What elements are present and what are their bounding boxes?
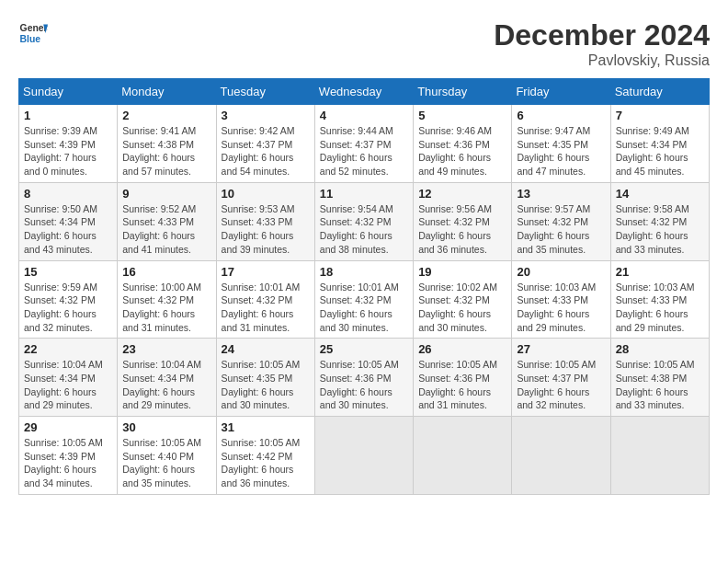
calendar-cell: 18Sunrise: 10:01 AM Sunset: 4:32 PM Dayl… [314, 260, 413, 339]
day-number: 30 [122, 420, 210, 434]
day-number: 22 [24, 342, 112, 356]
calendar-cell: 13Sunrise: 9:57 AM Sunset: 4:32 PM Dayli… [512, 182, 610, 260]
title-block: December 2024 Pavlovskiy, Russia [494, 18, 710, 69]
day-number: 13 [517, 187, 605, 201]
calendar-cell: 21Sunrise: 10:03 AM Sunset: 4:33 PM Dayl… [610, 260, 709, 339]
day-number: 17 [222, 265, 310, 279]
day-number: 27 [517, 342, 605, 356]
day-info: Sunrise: 9:41 AM Sunset: 4:38 PM Dayligh… [122, 124, 210, 178]
calendar-cell: 5Sunrise: 9:46 AM Sunset: 4:36 PM Daylig… [414, 105, 512, 183]
logo: General Blue [18, 18, 48, 48]
calendar-cell: 3Sunrise: 9:42 AM Sunset: 4:37 PM Daylig… [216, 105, 314, 183]
week-row-5: 29Sunrise: 10:05 AM Sunset: 4:39 PM Dayl… [19, 417, 710, 495]
calendar-cell: 12Sunrise: 9:56 AM Sunset: 4:32 PM Dayli… [414, 182, 512, 260]
calendar-cell: 30Sunrise: 10:05 AM Sunset: 4:40 PM Dayl… [118, 417, 216, 495]
day-info: Sunrise: 9:56 AM Sunset: 4:32 PM Dayligh… [418, 202, 506, 257]
day-info: Sunrise: 10:03 AM Sunset: 4:33 PM Daylig… [517, 281, 605, 335]
day-info: Sunrise: 10:05 AM Sunset: 4:37 PM Daylig… [517, 358, 605, 412]
day-info: Sunrise: 9:47 AM Sunset: 4:35 PM Dayligh… [517, 124, 605, 178]
day-info: Sunrise: 10:05 AM Sunset: 4:36 PM Daylig… [320, 358, 408, 412]
location: Pavlovskiy, Russia [494, 52, 710, 69]
calendar-cell: 31Sunrise: 10:05 AM Sunset: 4:42 PM Dayl… [216, 417, 314, 495]
day-number: 20 [517, 265, 605, 279]
day-number: 19 [418, 265, 506, 279]
day-number: 14 [616, 187, 704, 201]
calendar-cell: 24Sunrise: 10:05 AM Sunset: 4:35 PM Dayl… [216, 339, 314, 417]
day-number: 24 [222, 342, 310, 356]
day-info: Sunrise: 10:03 AM Sunset: 4:33 PM Daylig… [616, 281, 704, 335]
day-info: Sunrise: 9:54 AM Sunset: 4:32 PM Dayligh… [320, 202, 408, 257]
day-info: Sunrise: 9:57 AM Sunset: 4:32 PM Dayligh… [517, 202, 605, 257]
day-number: 31 [222, 420, 310, 434]
day-info: Sunrise: 9:50 AM Sunset: 4:34 PM Dayligh… [24, 202, 112, 257]
calendar-cell: 20Sunrise: 10:03 AM Sunset: 4:33 PM Dayl… [512, 260, 610, 339]
day-info: Sunrise: 9:53 AM Sunset: 4:33 PM Dayligh… [222, 202, 310, 257]
week-row-4: 22Sunrise: 10:04 AM Sunset: 4:34 PM Dayl… [19, 339, 710, 417]
calendar-table: SundayMondayTuesdayWednesdayThursdayFrid… [18, 78, 710, 495]
day-number: 1 [24, 109, 112, 122]
svg-text:Blue: Blue [20, 34, 41, 44]
day-number: 16 [122, 265, 210, 279]
week-row-3: 15Sunrise: 9:59 AM Sunset: 4:32 PM Dayli… [19, 260, 710, 339]
calendar-cell: 17Sunrise: 10:01 AM Sunset: 4:32 PM Dayl… [216, 260, 314, 339]
calendar-cell: 26Sunrise: 10:05 AM Sunset: 4:36 PM Dayl… [414, 339, 512, 417]
weekday-header-wednesday: Wednesday [314, 79, 413, 105]
calendar-cell [314, 417, 413, 495]
weekday-header-monday: Monday [118, 79, 216, 105]
calendar-cell: 14Sunrise: 9:58 AM Sunset: 4:32 PM Dayli… [610, 182, 709, 260]
month-title: December 2024 [494, 18, 710, 52]
day-number: 5 [418, 109, 506, 122]
calendar-cell: 27Sunrise: 10:05 AM Sunset: 4:37 PM Dayl… [512, 339, 610, 417]
calendar-cell: 9Sunrise: 9:52 AM Sunset: 4:33 PM Daylig… [118, 182, 216, 260]
day-info: Sunrise: 10:01 AM Sunset: 4:32 PM Daylig… [222, 281, 310, 335]
day-info: Sunrise: 10:04 AM Sunset: 4:34 PM Daylig… [24, 358, 112, 412]
day-number: 10 [222, 187, 310, 201]
calendar-cell: 28Sunrise: 10:05 AM Sunset: 4:38 PM Dayl… [610, 339, 709, 417]
calendar-cell: 23Sunrise: 10:04 AM Sunset: 4:34 PM Dayl… [118, 339, 216, 417]
day-number: 2 [122, 109, 210, 122]
day-number: 15 [24, 265, 112, 279]
calendar-cell: 25Sunrise: 10:05 AM Sunset: 4:36 PM Dayl… [314, 339, 413, 417]
week-row-1: 1Sunrise: 9:39 AM Sunset: 4:39 PM Daylig… [19, 105, 710, 183]
day-number: 3 [222, 109, 310, 122]
weekday-header-friday: Friday [512, 79, 610, 105]
day-info: Sunrise: 10:01 AM Sunset: 4:32 PM Daylig… [320, 281, 408, 335]
day-info: Sunrise: 10:05 AM Sunset: 4:38 PM Daylig… [616, 358, 704, 412]
calendar-cell: 29Sunrise: 10:05 AM Sunset: 4:39 PM Dayl… [19, 417, 118, 495]
day-number: 8 [24, 187, 112, 201]
day-number: 12 [418, 187, 506, 201]
day-info: Sunrise: 10:05 AM Sunset: 4:39 PM Daylig… [24, 436, 112, 490]
day-info: Sunrise: 9:39 AM Sunset: 4:39 PM Dayligh… [24, 124, 112, 178]
page-header: General Blue December 2024 Pavlovskiy, R… [18, 18, 710, 69]
weekday-header-thursday: Thursday [414, 79, 512, 105]
calendar-cell: 6Sunrise: 9:47 AM Sunset: 4:35 PM Daylig… [512, 105, 610, 183]
calendar-cell: 10Sunrise: 9:53 AM Sunset: 4:33 PM Dayli… [216, 182, 314, 260]
day-number: 26 [418, 342, 506, 356]
day-info: Sunrise: 9:58 AM Sunset: 4:32 PM Dayligh… [616, 202, 704, 257]
day-number: 25 [320, 342, 408, 356]
day-number: 18 [320, 265, 408, 279]
day-number: 7 [616, 109, 704, 122]
calendar-cell: 19Sunrise: 10:02 AM Sunset: 4:32 PM Dayl… [414, 260, 512, 339]
calendar-cell: 16Sunrise: 10:00 AM Sunset: 4:32 PM Dayl… [118, 260, 216, 339]
week-row-2: 8Sunrise: 9:50 AM Sunset: 4:34 PM Daylig… [19, 182, 710, 260]
day-info: Sunrise: 9:52 AM Sunset: 4:33 PM Dayligh… [122, 202, 210, 257]
calendar-cell: 15Sunrise: 9:59 AM Sunset: 4:32 PM Dayli… [19, 260, 118, 339]
calendar-cell: 8Sunrise: 9:50 AM Sunset: 4:34 PM Daylig… [19, 182, 118, 260]
day-number: 4 [320, 109, 408, 122]
calendar-cell: 7Sunrise: 9:49 AM Sunset: 4:34 PM Daylig… [610, 105, 709, 183]
day-info: Sunrise: 10:05 AM Sunset: 4:36 PM Daylig… [418, 358, 506, 412]
day-info: Sunrise: 10:00 AM Sunset: 4:32 PM Daylig… [122, 281, 210, 335]
calendar-cell: 22Sunrise: 10:04 AM Sunset: 4:34 PM Dayl… [19, 339, 118, 417]
calendar-cell: 4Sunrise: 9:44 AM Sunset: 4:37 PM Daylig… [314, 105, 413, 183]
weekday-header-saturday: Saturday [610, 79, 709, 105]
day-info: Sunrise: 9:42 AM Sunset: 4:37 PM Dayligh… [222, 124, 310, 178]
day-number: 28 [616, 342, 704, 356]
day-info: Sunrise: 9:49 AM Sunset: 4:34 PM Dayligh… [616, 124, 704, 178]
day-number: 21 [616, 265, 704, 279]
day-number: 29 [24, 420, 112, 434]
day-number: 23 [122, 342, 210, 356]
weekday-header-sunday: Sunday [19, 79, 118, 105]
day-info: Sunrise: 10:05 AM Sunset: 4:35 PM Daylig… [222, 358, 310, 412]
day-info: Sunrise: 9:46 AM Sunset: 4:36 PM Dayligh… [418, 124, 506, 178]
